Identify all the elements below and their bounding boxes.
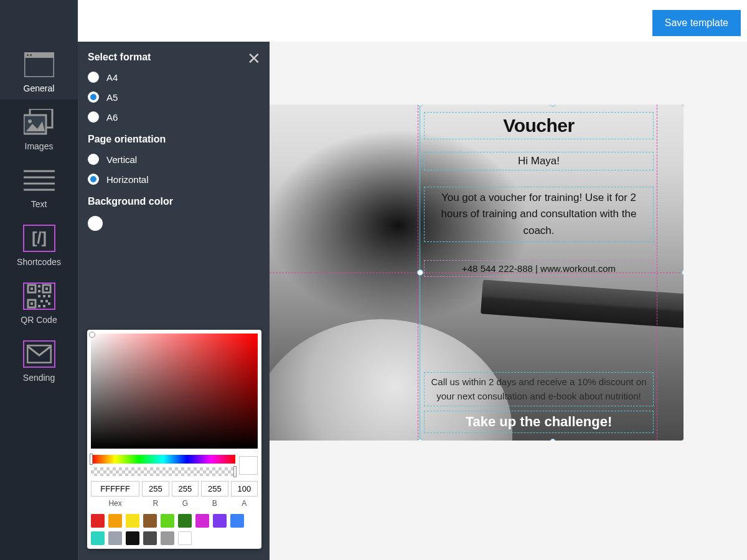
shortcodes-icon: [/] <box>23 225 55 252</box>
rail-header <box>0 0 78 42</box>
svg-rect-3 <box>30 54 32 56</box>
preset-colors <box>91 514 258 545</box>
format-a4[interactable]: A4 <box>88 72 260 83</box>
save-template-button[interactable]: Save template <box>652 10 741 36</box>
a-label: A <box>231 499 258 508</box>
radio-icon <box>88 91 99 103</box>
preset-swatch[interactable] <box>161 514 174 528</box>
rail-label: General <box>0 83 78 93</box>
bgcolor-swatch[interactable] <box>88 216 103 231</box>
saturation-value-area[interactable] <box>91 334 258 449</box>
radio-label: Vertical <box>106 154 137 165</box>
svg-rect-19 <box>38 290 40 292</box>
resize-handle[interactable] <box>417 269 423 276</box>
preset-swatch[interactable] <box>230 514 244 528</box>
preset-swatch[interactable] <box>91 514 105 528</box>
hex-label: Hex <box>91 499 139 508</box>
tool-rail: General Images Text [/] Shortcodes QR Co… <box>0 0 78 560</box>
hex-input[interactable] <box>91 481 139 497</box>
rail-item-sending[interactable]: Sending <box>0 331 78 389</box>
rail-item-qrcode[interactable]: QR Code <box>0 273 78 331</box>
hue-slider[interactable] <box>91 455 235 464</box>
workspace: Voucher Hi Maya! You got a voucher for t… <box>270 42 747 560</box>
format-section: Select format A4 A5 A6 <box>88 52 260 123</box>
rail-item-general[interactable]: General <box>0 42 78 100</box>
close-icon[interactable]: ✕ <box>247 50 261 67</box>
resize-handle[interactable] <box>682 105 684 106</box>
svg-rect-2 <box>27 54 29 56</box>
svg-rect-22 <box>48 295 50 297</box>
preset-swatch[interactable] <box>126 531 139 545</box>
a-input[interactable] <box>231 481 258 497</box>
color-preview <box>239 456 258 475</box>
b-label: B <box>201 499 228 508</box>
svg-rect-17 <box>31 302 33 305</box>
svg-point-6 <box>28 119 32 123</box>
radio-icon <box>88 72 99 83</box>
preset-swatch[interactable] <box>108 531 122 545</box>
preset-swatch[interactable] <box>195 514 209 528</box>
images-icon <box>23 109 55 136</box>
rail-item-shortcodes[interactable]: [/] Shortcodes <box>0 215 78 273</box>
orientation-horizontal[interactable]: Horizontal <box>88 174 260 185</box>
preset-swatch[interactable] <box>161 531 174 545</box>
preset-swatch[interactable] <box>143 531 157 545</box>
svg-rect-23 <box>40 300 43 302</box>
svg-rect-15 <box>45 287 48 290</box>
svg-rect-27 <box>48 302 50 305</box>
preset-swatch[interactable] <box>91 531 105 545</box>
preset-swatch[interactable] <box>213 514 227 528</box>
preset-swatch[interactable] <box>178 531 192 545</box>
svg-rect-13 <box>31 287 33 290</box>
format-a6[interactable]: A6 <box>88 111 260 123</box>
format-title: Select format <box>88 52 260 63</box>
resize-handle[interactable] <box>550 439 556 441</box>
radio-label: A4 <box>106 72 118 83</box>
resize-handle[interactable] <box>417 439 423 441</box>
g-input[interactable] <box>172 481 199 497</box>
bgcolor-title: Background color <box>88 196 260 207</box>
svg-rect-21 <box>43 295 45 297</box>
preset-swatch[interactable] <box>108 514 122 528</box>
svg-rect-1 <box>24 52 54 58</box>
orientation-title: Page orientation <box>88 134 260 145</box>
topbar: Save template <box>0 0 747 42</box>
b-input[interactable] <box>201 481 228 497</box>
resize-handle[interactable] <box>682 439 684 441</box>
rail-label: Text <box>0 199 78 209</box>
radio-icon <box>88 174 99 185</box>
orientation-section: Page orientation Vertical Horizontal <box>88 134 260 185</box>
alpha-thumb[interactable] <box>233 466 237 477</box>
svg-rect-26 <box>43 305 45 307</box>
color-picker: Hex R G B A <box>87 330 261 549</box>
r-input[interactable] <box>142 481 169 497</box>
bgcolor-section: Background color <box>88 196 260 231</box>
selection-outline <box>420 105 684 441</box>
svg-rect-18 <box>38 285 40 287</box>
rail-item-text[interactable]: Text <box>0 157 78 215</box>
rail-label: QR Code <box>0 315 78 325</box>
preset-swatch[interactable] <box>178 514 192 528</box>
resize-handle[interactable] <box>550 105 556 106</box>
color-cursor[interactable] <box>89 332 95 338</box>
format-a5[interactable]: A5 <box>88 91 260 103</box>
orientation-vertical[interactable]: Vertical <box>88 154 260 165</box>
radio-icon <box>88 154 99 165</box>
preset-swatch[interactable] <box>143 514 157 528</box>
alpha-slider[interactable] <box>91 467 235 476</box>
r-label: R <box>142 499 169 508</box>
svg-text:[/]: [/] <box>31 229 46 246</box>
rail-item-images[interactable]: Images <box>0 100 78 157</box>
rail-label: Images <box>0 141 78 151</box>
svg-rect-24 <box>45 300 48 302</box>
page-icon <box>23 51 55 78</box>
g-label: G <box>172 499 199 508</box>
svg-rect-20 <box>38 295 40 297</box>
hue-thumb[interactable] <box>90 454 93 465</box>
resize-handle[interactable] <box>682 269 684 276</box>
preset-swatch[interactable] <box>126 514 139 528</box>
radio-label: Horizontal <box>106 174 149 185</box>
qrcode-icon <box>23 282 55 310</box>
text-icon <box>23 167 55 194</box>
voucher-canvas[interactable]: Voucher Hi Maya! You got a voucher for t… <box>270 105 684 441</box>
